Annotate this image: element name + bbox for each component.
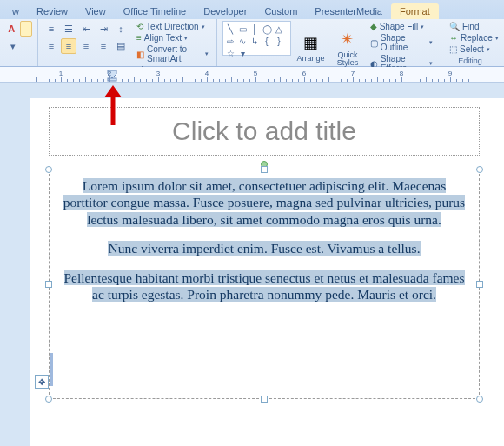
- resize-handle-e[interactable]: [476, 281, 483, 288]
- bullets-icon[interactable]: ≡: [43, 21, 59, 37]
- chevron-down-icon: ▾: [421, 23, 424, 30]
- paragraph-2[interactable]: Nunc viverra imperdiet enim. Fusce est. …: [62, 240, 467, 256]
- resize-handle-ne[interactable]: [476, 166, 483, 173]
- shape-arrow-icon: ⇨: [225, 36, 235, 46]
- arrange-button[interactable]: ▦ Arrange: [294, 21, 328, 74]
- shape-conn-icon: ↳: [249, 36, 260, 46]
- chevron-down-icon: ▾: [205, 50, 209, 57]
- text-direction-icon: ⟲: [136, 22, 143, 31]
- ruler-number: 2: [108, 70, 111, 77]
- quick-styles-button[interactable]: ✴ Quick Styles: [330, 21, 364, 74]
- paragraph-3[interactable]: Pellentesque habitant morbi tristique se…: [62, 270, 467, 303]
- text-direction-button[interactable]: ⟲ Text Direction ▾: [134, 21, 211, 32]
- ruler-number: 7: [351, 70, 355, 77]
- numbering-icon[interactable]: ☰: [61, 21, 76, 37]
- ruler-number: 8: [400, 70, 403, 77]
- slide-canvas[interactable]: Click to add title Lorem ipsum dolor sit…: [0, 83, 504, 446]
- replace-icon: ↔: [449, 33, 458, 43]
- arrange-icon: ▦: [300, 32, 321, 53]
- ribbon-tabs: w Review View Office Timeline Developer …: [0, 0, 504, 19]
- ribbon-group-editing: 🔍 Find ↔ Replace ▾ ⬚ Select ▾ Editing: [441, 19, 499, 66]
- shape-outline-icon: ▢: [370, 38, 378, 48]
- shape-brace-icon: {: [262, 36, 272, 46]
- ribbon-group-paragraph: ≡ ☰ ⇤ ⇥ ↕ ≡ ≡ ≡ ≡ ▤ ⟲ Text Direction: [38, 19, 217, 66]
- smartart-icon: ◧: [136, 50, 144, 59]
- chevron-down-icon: ▾: [429, 39, 433, 46]
- ruler-number: 5: [254, 70, 257, 77]
- find-icon: 🔍: [449, 22, 460, 31]
- shape-tri-icon: △: [274, 23, 284, 34]
- shapes-gallery[interactable]: ╲ ▭ │ ◯ △ ⇨ ∿ ↳ { } ☆ ▾: [222, 21, 291, 56]
- convert-smartart-button[interactable]: ◧ Convert to SmartArt ▾: [134, 43, 211, 64]
- shape-fill-button[interactable]: ◆ Shape Fill ▾: [368, 21, 435, 32]
- chevron-down-icon: ▾: [495, 35, 499, 42]
- tab-review[interactable]: Review: [28, 3, 76, 19]
- shape-lline-icon: │: [249, 23, 260, 34]
- shape-brace2-icon: }: [274, 36, 284, 46]
- ruler-number: 9: [448, 70, 452, 77]
- chevron-down-icon: ▾: [487, 46, 490, 53]
- dropdown-caret-font[interactable]: ▾: [5, 38, 21, 54]
- justify-icon[interactable]: ≡: [96, 38, 111, 54]
- ribbon: A ▾ ≡ ☰ ⇤ ⇥ ↕ ≡ ≡ ≡ ≡: [0, 19, 504, 67]
- select-icon: ⬚: [449, 44, 457, 54]
- shape-curve-icon: ∿: [237, 36, 248, 46]
- tab-custom[interactable]: Custom: [255, 3, 306, 19]
- shape-oval-icon: ◯: [262, 23, 272, 34]
- horizontal-ruler[interactable]: 123456789: [0, 67, 504, 83]
- shape-star-icon: ☆: [225, 48, 235, 58]
- resize-handle-s[interactable]: [261, 396, 268, 403]
- tab-office-timeline[interactable]: Office Timeline: [115, 3, 196, 19]
- chevron-down-icon: ▾: [184, 35, 188, 42]
- slide[interactable]: Click to add title Lorem ipsum dolor sit…: [30, 98, 504, 446]
- ruler-number: 4: [205, 70, 209, 77]
- align-center-icon[interactable]: ≡: [61, 38, 76, 54]
- columns-icon[interactable]: ▤: [113, 38, 129, 54]
- line-spacing-icon[interactable]: ↕: [113, 21, 129, 37]
- ruler-number: 6: [302, 70, 306, 77]
- align-text-icon: ≡: [136, 33, 142, 43]
- ribbon-group-font-partial: A ▾: [0, 19, 38, 66]
- resize-handle-sw[interactable]: [45, 396, 52, 403]
- ribbon-group-drawing: ╲ ▭ │ ◯ △ ⇨ ∿ ↳ { } ☆ ▾ ▦ Arrange ✴ Quic…: [217, 19, 441, 66]
- ruler-number: 1: [59, 70, 63, 77]
- decrease-indent-icon[interactable]: ⇤: [78, 21, 94, 37]
- increase-indent-icon[interactable]: ⇥: [96, 21, 111, 37]
- tab-presentermedia[interactable]: PresenterMedia: [306, 3, 391, 19]
- align-right-icon[interactable]: ≡: [78, 38, 94, 54]
- font-color-icon[interactable]: A: [5, 21, 18, 37]
- shape-more-icon: ▾: [237, 48, 248, 58]
- text-cursor-bar: [50, 353, 53, 386]
- chevron-down-icon: ▾: [202, 23, 205, 30]
- align-left-icon[interactable]: ≡: [43, 38, 59, 54]
- resize-handle-w[interactable]: [45, 281, 52, 288]
- title-placeholder-text: Click to add title: [172, 116, 356, 146]
- quick-styles-icon: ✴: [337, 29, 358, 50]
- shape-rect-icon: ▭: [237, 23, 248, 34]
- shape-fill-icon: ◆: [370, 22, 377, 31]
- tab-developer[interactable]: Developer: [195, 3, 255, 19]
- highlight-color-icon[interactable]: [20, 21, 33, 37]
- resize-handle-n[interactable]: [261, 166, 268, 173]
- resize-handle-se[interactable]: [476, 396, 483, 403]
- title-placeholder[interactable]: Click to add title: [49, 107, 480, 156]
- shape-line-icon: ╲: [225, 23, 235, 34]
- align-text-button[interactable]: ≡ Align Text ▾: [134, 32, 211, 43]
- group-label-editing: Editing: [447, 56, 494, 65]
- tab-w[interactable]: w: [3, 3, 28, 19]
- chevron-down-icon: ▾: [429, 60, 433, 67]
- content-placeholder[interactable]: Lorem ipsum dolor sit amet, consectetuer…: [49, 170, 480, 399]
- select-button[interactable]: ⬚ Select ▾: [447, 43, 494, 55]
- find-button[interactable]: 🔍 Find: [447, 21, 494, 32]
- paragraph-1[interactable]: Lorem ipsum dolor sit amet, consectetuer…: [62, 177, 467, 228]
- replace-button[interactable]: ↔ Replace ▾: [447, 32, 494, 43]
- tab-view[interactable]: View: [76, 3, 115, 19]
- tab-format[interactable]: Format: [391, 3, 439, 19]
- move-handle-icon[interactable]: ✥: [35, 375, 49, 389]
- resize-handle-nw[interactable]: [45, 166, 52, 173]
- ruler-number: 3: [156, 70, 160, 77]
- shape-outline-button[interactable]: ▢ Shape Outline ▾: [368, 32, 435, 53]
